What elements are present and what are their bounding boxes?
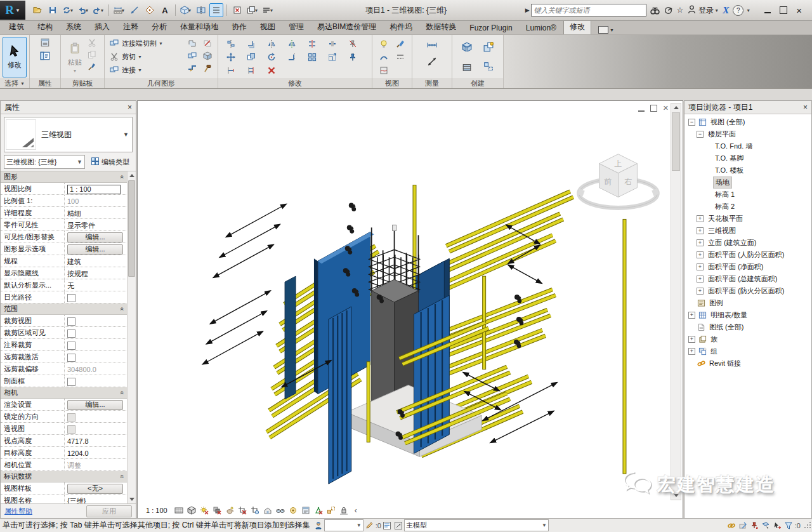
expand-plus-icon[interactable]: + xyxy=(688,348,695,355)
collapse-minus-icon[interactable]: − xyxy=(688,119,695,126)
expand-plus-icon[interactable]: + xyxy=(697,227,704,234)
tab-体量和场地[interactable]: 体量和场地 xyxy=(174,20,225,34)
tab-结构[interactable]: 结构 xyxy=(31,20,59,34)
scroll-down-icon[interactable] xyxy=(671,491,681,500)
ribbon-measure-diagonal-button[interactable] xyxy=(426,56,438,67)
sync-button[interactable]: ▼ xyxy=(61,3,75,17)
exclude-options-icon[interactable] xyxy=(393,520,404,531)
exchange-apps-button[interactable]: X xyxy=(723,5,729,16)
aligned-dimension-button[interactable] xyxy=(128,3,141,17)
tree-item[interactable]: 图例 xyxy=(684,297,811,309)
properties-palette-button[interactable] xyxy=(39,37,51,48)
text-note-button[interactable]: A xyxy=(158,3,172,17)
close-icon[interactable]: × xyxy=(128,103,132,112)
panel-label-modify[interactable]: 修改 xyxy=(218,78,372,88)
undo-button[interactable]: ▼ xyxy=(76,3,90,17)
help-button[interactable]: ? xyxy=(733,5,743,16)
tab-建筑[interactable]: 建筑 xyxy=(3,20,30,34)
measure-button[interactable]: ▼ xyxy=(112,3,126,17)
search-expand-icon[interactable]: ▶ xyxy=(525,7,530,13)
geometry-button-1[interactable]: 连接端切割▼ xyxy=(107,37,185,50)
tree-item[interactable]: T.O. Fnd. 墙 xyxy=(684,140,811,152)
ribbon-create-assembly-button[interactable] xyxy=(483,41,494,53)
expand-plus-icon[interactable]: + xyxy=(697,288,704,295)
displacement-sets-button[interactable] xyxy=(325,505,337,517)
ribbon-offset-button[interactable] xyxy=(246,38,257,50)
ribbon-trim-extend-multiple-button[interactable] xyxy=(246,65,257,76)
tab-视图[interactable]: 视图 xyxy=(254,20,282,34)
tree-item[interactable]: +面积平面 (总建筑面积) xyxy=(684,273,811,285)
ribbon-beam-joins-button[interactable] xyxy=(187,63,198,74)
property-section-header[interactable]: 图形« xyxy=(1,171,128,183)
cut-button[interactable] xyxy=(86,37,98,48)
property-value[interactable]: {三维} xyxy=(65,495,128,503)
panel-label-geometry[interactable]: 几何图形 xyxy=(105,78,218,88)
property-value[interactable]: 4717.8 xyxy=(65,435,128,446)
checkbox[interactable] xyxy=(67,378,75,386)
tree-item[interactable]: Revit 链接 xyxy=(684,357,811,369)
tree-item[interactable]: 标高 2 xyxy=(684,201,811,213)
ribbon-join-geometry-button[interactable] xyxy=(187,50,198,62)
property-section-header[interactable]: 标识数据« xyxy=(1,471,128,482)
property-edit-button[interactable]: 编辑... xyxy=(67,400,123,410)
3d-model-view[interactable]: 上 前 右 xyxy=(138,101,683,518)
property-section-header[interactable]: 相机« xyxy=(1,387,128,399)
panel-label-clipboard[interactable]: 剪贴板 xyxy=(61,78,104,88)
tab-管理[interactable]: 管理 xyxy=(282,20,310,34)
drag-on-selection-toggle[interactable] xyxy=(771,520,783,531)
ribbon-cut-profile-button[interactable] xyxy=(378,65,390,76)
ribbon-hide-elements-bulb-button[interactable] xyxy=(378,38,390,50)
search-button[interactable] xyxy=(650,6,660,15)
temporary-hide-isolate-button[interactable] xyxy=(275,505,287,517)
tree-item[interactable]: +面积平面 (净面积) xyxy=(684,261,811,273)
expand-plus-icon[interactable]: + xyxy=(697,215,704,222)
edit-type-button[interactable]: 编辑类型 xyxy=(88,155,133,169)
properties-header[interactable]: 属性 × xyxy=(1,101,136,114)
analytical-model-off-button[interactable] xyxy=(313,505,325,517)
property-edit-button[interactable]: <无> xyxy=(67,484,123,494)
viewcube-right-face[interactable]: 右 xyxy=(624,177,632,186)
ribbon-move-button[interactable] xyxy=(225,51,237,63)
ribbon-pin-button[interactable] xyxy=(347,51,358,63)
tree-item[interactable]: +组 xyxy=(684,345,811,357)
open-button[interactable] xyxy=(30,3,44,17)
application-menu-button[interactable]: R▼ xyxy=(0,1,25,20)
view-restore-icon[interactable] xyxy=(650,105,657,112)
scroll-thumb[interactable] xyxy=(128,180,135,277)
minimize-button[interactable] xyxy=(764,7,771,13)
view-close-icon[interactable]: ✕ xyxy=(663,104,669,112)
tree-item[interactable]: +明细表/数量 xyxy=(684,309,811,321)
expand-plus-icon[interactable]: + xyxy=(697,276,704,283)
tree-item[interactable]: 场地 xyxy=(684,176,811,189)
ribbon-copy-button[interactable] xyxy=(246,51,257,63)
tree-item[interactable]: 标高 1 xyxy=(684,189,811,201)
select-by-face-toggle[interactable] xyxy=(760,520,771,531)
tree-item[interactable]: +三维视图 xyxy=(684,225,811,237)
property-value[interactable]: 精细 xyxy=(65,207,128,218)
sign-in-button[interactable]: 登录▼ xyxy=(687,4,719,16)
panel-label-view[interactable]: 视图 xyxy=(372,78,412,88)
viewcube-top-face[interactable]: 上 xyxy=(614,159,622,168)
drawing-area[interactable]: ✕ xyxy=(137,100,683,519)
rendering-dialog-button[interactable] xyxy=(224,505,236,517)
checkbox[interactable] xyxy=(67,317,75,326)
communication-center-button[interactable] xyxy=(664,6,673,15)
customize-button[interactable]: ▼ xyxy=(261,3,275,17)
tab-易达BIM造价管理[interactable]: 易达BIM造价管理 xyxy=(311,20,383,34)
instance-selector-combo[interactable]: 三维视图: {三维} ▼ xyxy=(4,155,85,169)
ribbon-create-parts-button[interactable] xyxy=(461,41,473,53)
property-value[interactable]: 建筑 xyxy=(65,255,128,267)
resize-grip[interactable] xyxy=(803,522,811,529)
project-browser-header[interactable]: 项目浏览器 - 项目1 × xyxy=(684,101,811,114)
tree-item[interactable]: +面积平面 (防火分区面积) xyxy=(684,285,811,297)
tree-item[interactable]: +立面 (建筑立面) xyxy=(684,237,811,249)
panel-label-measure[interactable]: 测量 xyxy=(412,78,452,88)
property-value[interactable]: 显示零件 xyxy=(65,219,128,230)
property-edit-button[interactable]: 编辑... xyxy=(67,232,123,243)
expand-plus-icon[interactable]: + xyxy=(697,251,704,258)
tree-item[interactable]: T.O. 基脚 xyxy=(684,152,811,164)
tab-分析[interactable]: 分析 xyxy=(145,20,173,34)
ribbon-unpin-button[interactable] xyxy=(347,38,358,50)
scroll-up-icon[interactable] xyxy=(128,171,136,180)
redo-button[interactable]: ▼ xyxy=(91,3,105,17)
